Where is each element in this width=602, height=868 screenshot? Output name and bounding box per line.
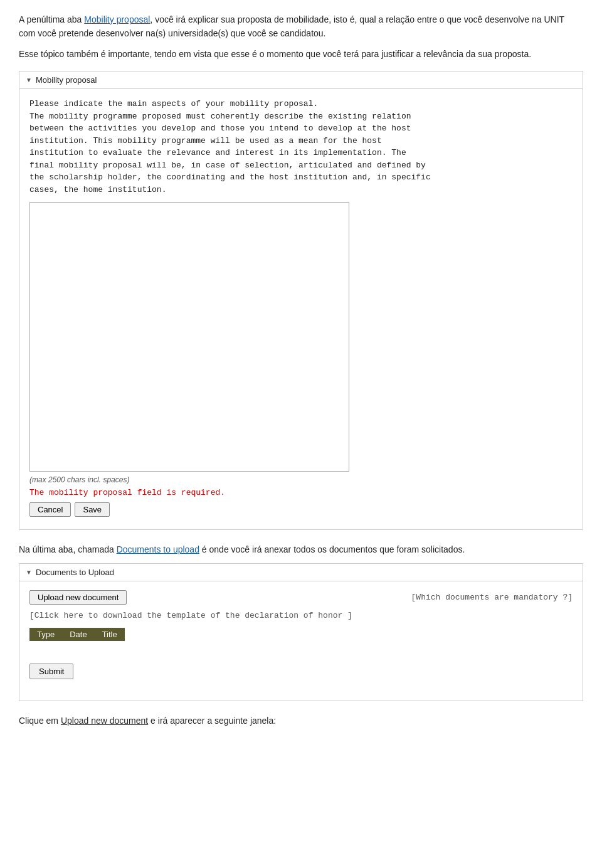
- instructions-line-3: between the activities you develop and t…: [29, 124, 411, 133]
- footer-text-before: Clique em: [19, 716, 61, 726]
- documents-upload-title: Documents to Upload: [36, 568, 114, 577]
- mobility-instructions: Please indicate the main aspects of your…: [29, 98, 573, 196]
- char-limit-label: (max 2500 chars incl. spaces): [29, 475, 573, 484]
- instructions-line-7: the scholarship holder, the coordinating…: [29, 172, 431, 182]
- documents-upload-panel: ▼ Documents to Upload Upload new documen…: [19, 563, 583, 701]
- documents-collapse-arrow-icon: ▼: [26, 569, 32, 576]
- intro-paragraph-1: A penúltima aba Mobility proposal, você …: [19, 13, 583, 41]
- mobility-proposal-header: ▼ Mobility proposal: [19, 71, 583, 89]
- column-header-date: Date: [62, 628, 94, 641]
- instructions-line-6: final mobility proposal will be, in case…: [29, 161, 426, 170]
- upload-intro-before: Na última aba, chamada: [19, 544, 117, 554]
- column-header-title: Title: [95, 628, 125, 641]
- footer-paragraph: Clique em Upload new document e irá apar…: [19, 714, 583, 728]
- documents-table-header: Type Date Title: [29, 628, 125, 641]
- mobility-proposal-textarea[interactable]: [29, 202, 349, 472]
- mobility-error-message: The mobility proposal field is required.: [29, 488, 573, 497]
- download-template-link[interactable]: [Click here to download the template of …: [29, 611, 573, 620]
- mobility-proposal-body: Please indicate the main aspects of your…: [19, 89, 583, 529]
- documents-upload-body: Upload new document [Which documents are…: [19, 581, 583, 701]
- save-button[interactable]: Save: [75, 502, 110, 517]
- collapse-arrow-icon: ▼: [26, 77, 32, 83]
- upload-new-document-footer-link[interactable]: Upload new document: [61, 716, 148, 726]
- documents-to-upload-link[interactable]: Documents to upload: [117, 544, 199, 554]
- upload-controls-row: Upload new document [Which documents are…: [29, 590, 573, 605]
- instructions-line-1: Please indicate the main aspects of your…: [29, 99, 318, 109]
- instructions-line-8: cases, the home institution.: [29, 185, 166, 194]
- instructions-line-2: The mobility programme proposed must coh…: [29, 112, 411, 121]
- column-header-type: Type: [29, 628, 62, 641]
- intro-paragraph-2: Esse tópico também é importante, tendo e…: [19, 47, 583, 61]
- upload-new-document-button[interactable]: Upload new document: [29, 590, 127, 605]
- documents-upload-header: ▼ Documents to Upload: [19, 564, 583, 581]
- mobility-proposal-panel: ▼ Mobility proposal Please indicate the …: [19, 71, 583, 530]
- cancel-button[interactable]: Cancel: [29, 502, 71, 517]
- table-empty-space: [29, 647, 573, 657]
- upload-intro-paragraph: Na última aba, chamada Documents to uplo…: [19, 542, 583, 556]
- intro-text-before-link: A penúltima aba: [19, 14, 84, 24]
- mobility-proposal-title: Mobility proposal: [36, 75, 97, 85]
- submit-button[interactable]: Submit: [29, 664, 73, 679]
- instructions-line-5: institution to evaluate the relevance an…: [29, 148, 406, 157]
- footer-text-after: e irá aparecer a seguinte janela:: [148, 716, 276, 726]
- instructions-line-4: institution. This mobility programme wil…: [29, 136, 382, 146]
- upload-intro-after: é onde você irá anexar todos os document…: [199, 544, 465, 554]
- mobility-button-row: Cancel Save: [29, 502, 573, 517]
- mobility-proposal-link[interactable]: Mobility proposal: [84, 14, 150, 24]
- mandatory-documents-link[interactable]: [Which documents are mandatory ?]: [411, 593, 573, 602]
